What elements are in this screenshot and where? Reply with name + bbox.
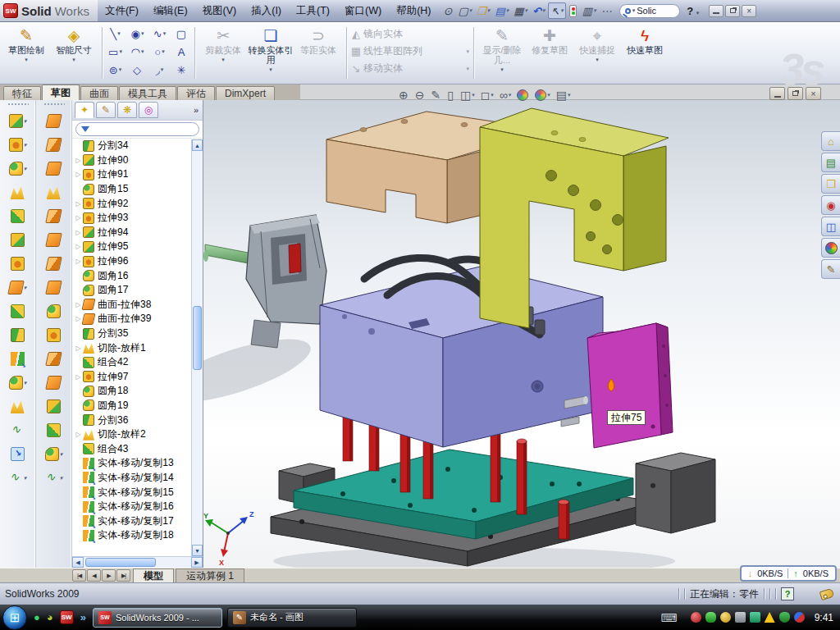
toolbar-button[interactable] (11, 347, 25, 371)
task-pane-tab[interactable]: ✎ (821, 259, 840, 279)
command-tab[interactable]: DimXpert (216, 86, 275, 100)
quick-tool-button[interactable]: ⋯ (600, 2, 614, 19)
feature-tree-item[interactable]: 实体-移动/复制15 (74, 485, 203, 500)
toolbar-button[interactable] (11, 395, 25, 418)
command-button[interactable]: ⊃等距实体 (294, 25, 342, 80)
command-button[interactable]: ⌖快速捕捉▾ (573, 25, 621, 80)
doc-restore-button[interactable] (788, 87, 803, 100)
toolbar-button[interactable] (11, 299, 25, 323)
search-box[interactable]: ▾ (619, 4, 681, 18)
expand-arrow-icon[interactable]: ▷ (74, 345, 83, 352)
doc-minimize-button[interactable] (769, 87, 785, 100)
command-button[interactable]: ◈智能尺寸▾ (50, 25, 98, 80)
quick-tool-button[interactable]: ▤▾ (493, 2, 510, 19)
feature-tree-item[interactable]: 分割36 (74, 413, 203, 427)
tab-nav-button[interactable]: ◀ (87, 569, 101, 582)
expand-arrow-icon[interactable]: ▷ (74, 200, 83, 208)
close-button[interactable]: × (742, 5, 756, 17)
manager-tab[interactable]: ❋ (117, 102, 137, 118)
sketch-entity-button[interactable]: ○▾ (148, 43, 171, 61)
tray-icon[interactable] (779, 612, 790, 623)
graphics-area[interactable]: Y Z X 拉伸75 ⌂▤❒◉◫✎ (203, 100, 840, 568)
quick-tool-button[interactable]: ↶▾ (531, 2, 546, 19)
toolbar-button[interactable] (11, 228, 25, 252)
command-button[interactable]: ✎显示/删除几...▾ (478, 25, 526, 80)
tray-icon[interactable] (765, 612, 775, 623)
view-tool-button[interactable]: ▾ (535, 89, 550, 101)
scroll-up-arrow[interactable]: ▲ (192, 139, 203, 151)
keyboard-icon[interactable]: ⌨ (660, 611, 677, 624)
taskbar-clock[interactable]: 9:41 (815, 612, 833, 623)
tab-nav-button[interactable]: ▶ (102, 569, 116, 582)
restore-button[interactable] (725, 5, 740, 17)
sketch-entity-button[interactable]: ⊜▾ (104, 61, 126, 79)
view-tool-button[interactable]: ⊕ (399, 89, 409, 102)
view-tool-button[interactable]: ▤▾ (556, 89, 571, 102)
toolbar-button[interactable] (47, 299, 62, 323)
toolbar-button[interactable] (47, 323, 62, 347)
feature-tree-item[interactable]: ▷ 拉伸97 (74, 370, 203, 385)
menu-item[interactable]: 帮助(H) (389, 4, 438, 18)
feature-tree-item[interactable]: ▷ 拉伸92 (74, 196, 203, 211)
sketch-entity-button[interactable]: ◞▾ (148, 61, 171, 79)
feature-tree-item[interactable]: 圆角19 (74, 399, 203, 413)
feature-tree-item[interactable]: 实体-移动/复制18 (74, 528, 203, 543)
toolbar-button[interactable]: ▾ (45, 466, 63, 490)
scrollbar-thumb[interactable] (193, 306, 202, 370)
quick-tool-button[interactable] (568, 2, 579, 19)
view-tool-button[interactable]: ▯ (447, 89, 454, 102)
sketch-entity-button[interactable]: ◇ (126, 61, 148, 79)
sketch-entity-button[interactable]: ▢ (171, 25, 193, 43)
quick-tool-button[interactable]: ❒▾ (475, 2, 491, 19)
tray-icon[interactable] (720, 612, 731, 623)
feature-tree-item[interactable]: ▷ 切除-放样2 (74, 427, 203, 442)
toolbar-button[interactable]: ▾ (9, 133, 27, 157)
help-button[interactable]: ? ▾ (687, 5, 699, 17)
view-tool-button[interactable]: ∞▾ (500, 89, 512, 102)
feature-tree-item[interactable]: 组合42 (74, 355, 203, 370)
view-tool-button[interactable]: ◻▾ (481, 89, 494, 102)
sketch-entity-button[interactable]: ◠▾ (126, 43, 148, 61)
search-input[interactable] (637, 6, 674, 16)
feature-tree-item[interactable]: 实体-移动/复制13 (74, 456, 203, 471)
command-tab[interactable]: 曲面 (80, 86, 118, 100)
feature-tree-item[interactable]: 组合43 (74, 441, 203, 456)
tray-icon[interactable] (691, 612, 701, 623)
command-button[interactable]: ✚修复草图 (526, 25, 573, 80)
feature-tree-item[interactable]: 实体-移动/复制17 (74, 514, 203, 528)
tray-icon[interactable] (794, 612, 805, 623)
scrollbar-thumb[interactable] (85, 558, 156, 567)
start-button[interactable]: ⊞ (2, 605, 27, 630)
command-tab[interactable]: 评估 (177, 86, 215, 100)
toolbar-button[interactable] (47, 418, 62, 442)
tree-horizontal-scrollbar[interactable]: ◀ ▶ (72, 556, 203, 568)
toolbar-button[interactable] (11, 180, 25, 204)
expand-arrow-icon[interactable]: ▷ (74, 171, 83, 178)
scroll-left-arrow[interactable]: ◀ (72, 557, 84, 568)
feature-tree-item[interactable]: ▷ 切除-放样1 (74, 340, 203, 355)
feature-tree-item[interactable]: 实体-移动/复制16 (74, 500, 203, 514)
quick-tool-button[interactable]: ▢▾ (456, 2, 473, 19)
toolbar-button[interactable] (47, 228, 62, 252)
feature-tree-item[interactable]: ▷ 拉伸90 (74, 153, 203, 168)
tray-icon[interactable] (750, 612, 760, 623)
doc-close-button[interactable]: × (806, 87, 821, 100)
view-tool-button[interactable]: ◫▾ (460, 89, 475, 102)
tray-icon[interactable] (705, 612, 716, 623)
quick-tool-button[interactable]: ▥▾ (581, 2, 598, 19)
panel-chevron-icon[interactable]: » (194, 105, 200, 115)
manager-tab[interactable]: ◎ (139, 102, 158, 118)
feature-tree-item[interactable]: 圆角16 (74, 268, 203, 283)
feature-tree-item[interactable]: ▷ 曲面-拉伸38 (74, 298, 203, 313)
expand-arrow-icon[interactable]: ▷ (74, 258, 83, 265)
toolbar-button[interactable] (11, 323, 25, 347)
toolbar-button[interactable] (47, 371, 62, 395)
toolbar-button[interactable]: ▾ (9, 276, 27, 299)
toolbar-button[interactable] (47, 109, 62, 133)
menu-item[interactable]: 窗口(W) (337, 4, 389, 18)
feature-tree-item[interactable]: ▷ 拉伸94 (74, 226, 203, 240)
toolbar-button[interactable] (47, 204, 62, 228)
sketch-entity-button[interactable]: A (171, 43, 193, 61)
command-button[interactable]: ❏转换实体引用▾ (247, 25, 294, 80)
task-pane-tab[interactable]: ◉ (821, 195, 840, 215)
